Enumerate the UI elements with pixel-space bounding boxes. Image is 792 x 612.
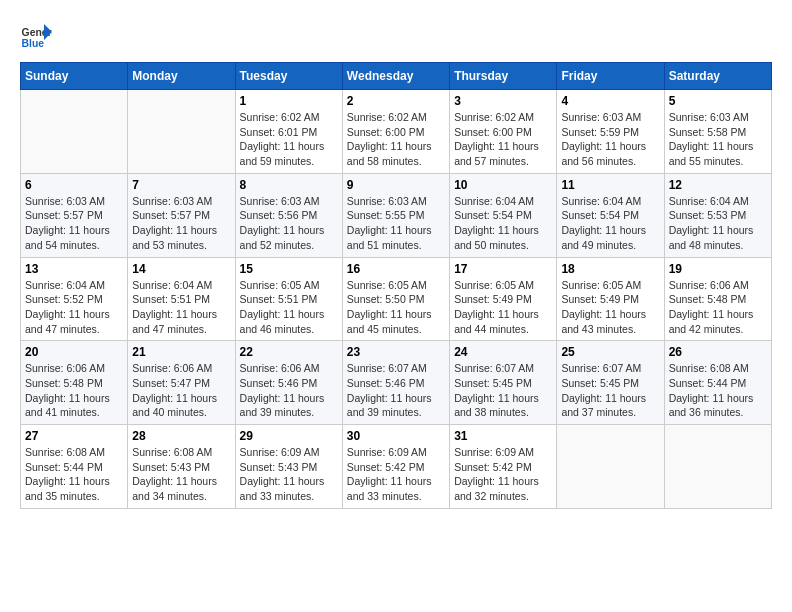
- day-info: Sunrise: 6:04 AM Sunset: 5:54 PM Dayligh…: [561, 194, 659, 253]
- calendar-cell: 5Sunrise: 6:03 AM Sunset: 5:58 PM Daylig…: [664, 90, 771, 174]
- day-info: Sunrise: 6:02 AM Sunset: 6:01 PM Dayligh…: [240, 110, 338, 169]
- weekday-header: Thursday: [450, 63, 557, 90]
- day-number: 13: [25, 262, 123, 276]
- day-number: 9: [347, 178, 445, 192]
- calendar-cell: 27Sunrise: 6:08 AM Sunset: 5:44 PM Dayli…: [21, 425, 128, 509]
- calendar-cell: [128, 90, 235, 174]
- day-number: 21: [132, 345, 230, 359]
- day-number: 23: [347, 345, 445, 359]
- calendar-cell: 14Sunrise: 6:04 AM Sunset: 5:51 PM Dayli…: [128, 257, 235, 341]
- weekday-header: Monday: [128, 63, 235, 90]
- day-info: Sunrise: 6:02 AM Sunset: 6:00 PM Dayligh…: [454, 110, 552, 169]
- day-info: Sunrise: 6:03 AM Sunset: 5:55 PM Dayligh…: [347, 194, 445, 253]
- day-number: 14: [132, 262, 230, 276]
- day-info: Sunrise: 6:06 AM Sunset: 5:48 PM Dayligh…: [669, 278, 767, 337]
- day-info: Sunrise: 6:04 AM Sunset: 5:54 PM Dayligh…: [454, 194, 552, 253]
- weekday-header: Friday: [557, 63, 664, 90]
- calendar-week-row: 27Sunrise: 6:08 AM Sunset: 5:44 PM Dayli…: [21, 425, 772, 509]
- calendar-cell: 11Sunrise: 6:04 AM Sunset: 5:54 PM Dayli…: [557, 173, 664, 257]
- day-number: 30: [347, 429, 445, 443]
- calendar-cell: 25Sunrise: 6:07 AM Sunset: 5:45 PM Dayli…: [557, 341, 664, 425]
- day-number: 18: [561, 262, 659, 276]
- calendar-cell: 28Sunrise: 6:08 AM Sunset: 5:43 PM Dayli…: [128, 425, 235, 509]
- calendar-cell: 10Sunrise: 6:04 AM Sunset: 5:54 PM Dayli…: [450, 173, 557, 257]
- calendar-cell: 16Sunrise: 6:05 AM Sunset: 5:50 PM Dayli…: [342, 257, 449, 341]
- logo: General Blue: [20, 20, 54, 52]
- day-number: 6: [25, 178, 123, 192]
- calendar-cell: 1Sunrise: 6:02 AM Sunset: 6:01 PM Daylig…: [235, 90, 342, 174]
- day-info: Sunrise: 6:07 AM Sunset: 5:45 PM Dayligh…: [561, 361, 659, 420]
- day-number: 22: [240, 345, 338, 359]
- day-info: Sunrise: 6:07 AM Sunset: 5:45 PM Dayligh…: [454, 361, 552, 420]
- day-number: 11: [561, 178, 659, 192]
- day-number: 19: [669, 262, 767, 276]
- day-info: Sunrise: 6:08 AM Sunset: 5:44 PM Dayligh…: [25, 445, 123, 504]
- calendar-cell: 6Sunrise: 6:03 AM Sunset: 5:57 PM Daylig…: [21, 173, 128, 257]
- day-number: 5: [669, 94, 767, 108]
- calendar-cell: [557, 425, 664, 509]
- calendar-cell: 7Sunrise: 6:03 AM Sunset: 5:57 PM Daylig…: [128, 173, 235, 257]
- day-info: Sunrise: 6:08 AM Sunset: 5:43 PM Dayligh…: [132, 445, 230, 504]
- calendar-cell: 13Sunrise: 6:04 AM Sunset: 5:52 PM Dayli…: [21, 257, 128, 341]
- calendar-cell: 19Sunrise: 6:06 AM Sunset: 5:48 PM Dayli…: [664, 257, 771, 341]
- calendar-week-row: 6Sunrise: 6:03 AM Sunset: 5:57 PM Daylig…: [21, 173, 772, 257]
- day-info: Sunrise: 6:03 AM Sunset: 5:57 PM Dayligh…: [132, 194, 230, 253]
- day-info: Sunrise: 6:03 AM Sunset: 5:56 PM Dayligh…: [240, 194, 338, 253]
- weekday-header: Saturday: [664, 63, 771, 90]
- calendar-week-row: 13Sunrise: 6:04 AM Sunset: 5:52 PM Dayli…: [21, 257, 772, 341]
- calendar-cell: 29Sunrise: 6:09 AM Sunset: 5:43 PM Dayli…: [235, 425, 342, 509]
- day-info: Sunrise: 6:06 AM Sunset: 5:47 PM Dayligh…: [132, 361, 230, 420]
- day-info: Sunrise: 6:07 AM Sunset: 5:46 PM Dayligh…: [347, 361, 445, 420]
- day-number: 17: [454, 262, 552, 276]
- page-header: General Blue: [20, 20, 772, 52]
- day-number: 20: [25, 345, 123, 359]
- calendar-week-row: 1Sunrise: 6:02 AM Sunset: 6:01 PM Daylig…: [21, 90, 772, 174]
- calendar-cell: 9Sunrise: 6:03 AM Sunset: 5:55 PM Daylig…: [342, 173, 449, 257]
- day-number: 27: [25, 429, 123, 443]
- day-number: 28: [132, 429, 230, 443]
- day-number: 1: [240, 94, 338, 108]
- calendar-cell: 2Sunrise: 6:02 AM Sunset: 6:00 PM Daylig…: [342, 90, 449, 174]
- calendar-cell: 21Sunrise: 6:06 AM Sunset: 5:47 PM Dayli…: [128, 341, 235, 425]
- day-info: Sunrise: 6:08 AM Sunset: 5:44 PM Dayligh…: [669, 361, 767, 420]
- day-info: Sunrise: 6:06 AM Sunset: 5:46 PM Dayligh…: [240, 361, 338, 420]
- calendar-cell: 4Sunrise: 6:03 AM Sunset: 5:59 PM Daylig…: [557, 90, 664, 174]
- day-number: 8: [240, 178, 338, 192]
- weekday-header: Wednesday: [342, 63, 449, 90]
- day-info: Sunrise: 6:03 AM Sunset: 5:57 PM Dayligh…: [25, 194, 123, 253]
- day-number: 26: [669, 345, 767, 359]
- day-number: 16: [347, 262, 445, 276]
- calendar-cell: 24Sunrise: 6:07 AM Sunset: 5:45 PM Dayli…: [450, 341, 557, 425]
- calendar-week-row: 20Sunrise: 6:06 AM Sunset: 5:48 PM Dayli…: [21, 341, 772, 425]
- day-number: 4: [561, 94, 659, 108]
- day-info: Sunrise: 6:05 AM Sunset: 5:49 PM Dayligh…: [561, 278, 659, 337]
- logo-icon: General Blue: [20, 20, 52, 52]
- day-info: Sunrise: 6:03 AM Sunset: 5:59 PM Dayligh…: [561, 110, 659, 169]
- day-number: 15: [240, 262, 338, 276]
- calendar-cell: 31Sunrise: 6:09 AM Sunset: 5:42 PM Dayli…: [450, 425, 557, 509]
- day-info: Sunrise: 6:04 AM Sunset: 5:53 PM Dayligh…: [669, 194, 767, 253]
- weekday-header: Sunday: [21, 63, 128, 90]
- weekday-header: Tuesday: [235, 63, 342, 90]
- calendar-cell: 22Sunrise: 6:06 AM Sunset: 5:46 PM Dayli…: [235, 341, 342, 425]
- day-info: Sunrise: 6:05 AM Sunset: 5:49 PM Dayligh…: [454, 278, 552, 337]
- svg-text:Blue: Blue: [22, 38, 45, 49]
- calendar-cell: 12Sunrise: 6:04 AM Sunset: 5:53 PM Dayli…: [664, 173, 771, 257]
- calendar-header-row: SundayMondayTuesdayWednesdayThursdayFrid…: [21, 63, 772, 90]
- day-number: 2: [347, 94, 445, 108]
- day-number: 12: [669, 178, 767, 192]
- day-info: Sunrise: 6:04 AM Sunset: 5:51 PM Dayligh…: [132, 278, 230, 337]
- day-number: 24: [454, 345, 552, 359]
- day-number: 10: [454, 178, 552, 192]
- calendar-table: SundayMondayTuesdayWednesdayThursdayFrid…: [20, 62, 772, 509]
- day-info: Sunrise: 6:09 AM Sunset: 5:42 PM Dayligh…: [454, 445, 552, 504]
- calendar-cell: 26Sunrise: 6:08 AM Sunset: 5:44 PM Dayli…: [664, 341, 771, 425]
- day-info: Sunrise: 6:05 AM Sunset: 5:51 PM Dayligh…: [240, 278, 338, 337]
- calendar-cell: 17Sunrise: 6:05 AM Sunset: 5:49 PM Dayli…: [450, 257, 557, 341]
- calendar-cell: [664, 425, 771, 509]
- day-info: Sunrise: 6:05 AM Sunset: 5:50 PM Dayligh…: [347, 278, 445, 337]
- calendar-cell: 20Sunrise: 6:06 AM Sunset: 5:48 PM Dayli…: [21, 341, 128, 425]
- day-info: Sunrise: 6:04 AM Sunset: 5:52 PM Dayligh…: [25, 278, 123, 337]
- day-number: 31: [454, 429, 552, 443]
- day-number: 7: [132, 178, 230, 192]
